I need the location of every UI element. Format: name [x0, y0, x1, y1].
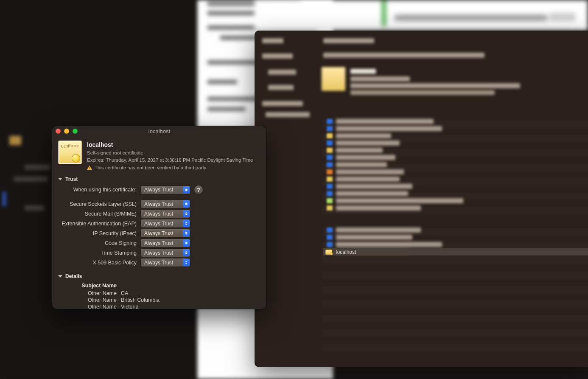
when-using-popup[interactable]: Always Trust [141, 186, 190, 194]
trust-row-popup[interactable]: Always Trust [141, 258, 190, 267]
trust-row-popup[interactable]: Always Trust [141, 210, 190, 218]
subject-name-label: Subject Name [58, 283, 121, 289]
detail-row-value: Victoria [121, 304, 138, 309]
detail-row-label: Other Name [58, 304, 121, 309]
details-section-header[interactable]: Details [58, 273, 260, 279]
trust-row-label: Secure Sockets Layer (SSL) [58, 201, 141, 207]
popup-stepper-icon [183, 239, 190, 247]
trust-row-popup[interactable]: Always Trust [141, 200, 190, 208]
trust-row-popup[interactable]: Always Trust [141, 239, 190, 247]
detail-row-value: CA [121, 290, 128, 296]
trust-row: Secure Mail (S/MIME)Always Trust [58, 210, 260, 218]
trust-row-label: Secure Mail (S/MIME) [58, 211, 141, 217]
trust-row: Extensible Authentication (EAP)Always Tr… [58, 219, 260, 227]
certificate-dialog: localhost localhost Self-signed root cer… [52, 126, 266, 309]
help-button[interactable]: ? [194, 185, 203, 194]
chevron-down-icon [58, 275, 62, 278]
detail-row: Other NameBritish Columbia [58, 297, 260, 303]
titlebar: localhost [52, 126, 266, 136]
trust-row-label: Extensible Authentication (EAP) [58, 221, 141, 227]
popup-stepper-icon [183, 210, 190, 217]
trust-row-label: Time Stamping [58, 250, 141, 256]
trust-section-header[interactable]: Trust [58, 176, 260, 182]
popup-stepper-icon [183, 186, 190, 194]
warning-icon [87, 166, 92, 170]
obscured-keychain-window [255, 31, 588, 367]
detail-row-label: Other Name [58, 290, 121, 296]
popup-stepper-icon [183, 220, 190, 227]
certificate-icon [325, 250, 332, 255]
trust-row-popup[interactable]: Always Trust [141, 229, 190, 237]
certificate-warning: This certificate has not been verified b… [95, 164, 206, 171]
trust-row: Time StampingAlways Trust [58, 249, 260, 257]
trust-row: Secure Sockets Layer (SSL)Always Trust [58, 200, 260, 208]
trust-row: X.509 Basic PolicyAlways Trust [58, 258, 260, 267]
certificate-kind: Self-signed root certificate [87, 149, 253, 157]
when-using-label: When using this certificate: [58, 187, 141, 193]
trust-row-popup[interactable]: Always Trust [141, 249, 190, 257]
trust-row-label: X.509 Basic Policy [58, 260, 141, 266]
certificate-name: localhost [87, 140, 253, 149]
trust-row-popup[interactable]: Always Trust [141, 219, 190, 227]
trust-row-label: IP Security (IPsec) [58, 230, 141, 236]
popup-stepper-icon [183, 200, 190, 208]
trust-row: IP Security (IPsec)Always Trust [58, 229, 260, 237]
window-title: localhost [52, 128, 266, 135]
certificate-icon [58, 140, 82, 164]
keychain-item-localhost[interactable]: localhost [323, 248, 588, 255]
popup-stepper-icon [183, 230, 190, 237]
trust-row-label: Code Signing [58, 240, 141, 246]
keychain-item-label: localhost [336, 249, 356, 255]
detail-row: Other NameVictoria [58, 304, 260, 309]
detail-row: Other NameCA [58, 290, 260, 296]
detail-row-value: British Columbia [121, 297, 160, 303]
obscured-topbar [255, 0, 588, 31]
trust-row: Code SigningAlways Trust [58, 239, 260, 247]
popup-stepper-icon [183, 259, 190, 266]
chevron-down-icon [58, 178, 62, 180]
certificate-expiry: Expires: Thursday, April 15, 2027 at 3:3… [87, 157, 253, 164]
popup-stepper-icon [183, 249, 190, 256]
detail-row-label: Other Name [58, 297, 121, 303]
